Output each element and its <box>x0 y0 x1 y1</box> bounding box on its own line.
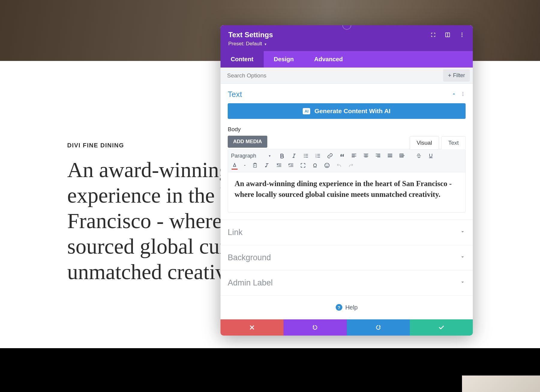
help-row[interactable]: ? Help <box>220 295 473 319</box>
redo-button[interactable] <box>347 319 410 336</box>
svg-point-5 <box>463 95 464 96</box>
svg-point-6 <box>304 154 305 155</box>
undo-button[interactable] <box>284 319 346 336</box>
redo-icon[interactable] <box>347 162 355 169</box>
bold-icon[interactable] <box>278 152 286 159</box>
numbered-list-icon[interactable]: 123 <box>314 152 322 159</box>
search-row: + Filter <box>220 68 473 84</box>
background-section-title: Background <box>228 253 271 262</box>
link-icon[interactable] <box>326 152 334 159</box>
svg-text:T: T <box>254 164 256 167</box>
svg-text:3: 3 <box>316 156 316 158</box>
text-section-title: Text <box>228 90 242 99</box>
admin-label-section-title: Admin Label <box>228 278 273 288</box>
text-section-header[interactable]: Text <box>220 84 473 103</box>
caret-down-icon: ▼ <box>268 154 271 158</box>
fullscreen-icon[interactable] <box>299 162 307 169</box>
caret-down-icon: ▼ <box>264 43 267 46</box>
paste-text-icon[interactable]: T <box>251 162 259 169</box>
chevron-down-icon <box>460 229 466 236</box>
chevron-up-icon <box>451 91 457 98</box>
tab-advanced[interactable]: Advanced <box>304 51 353 68</box>
svg-point-2 <box>461 36 462 37</box>
ai-button-label: Generate Content With AI <box>314 107 390 115</box>
indent-icon[interactable] <box>287 162 295 169</box>
admin-label-section[interactable]: Admin Label <box>220 270 473 295</box>
snap-layout-icon[interactable] <box>445 32 451 39</box>
editor-tab-visual[interactable]: Visual <box>410 136 439 149</box>
cancel-button[interactable] <box>220 319 284 336</box>
footer-band <box>0 348 540 392</box>
chevron-down-icon <box>460 279 466 286</box>
kebab-menu-icon[interactable] <box>459 32 465 39</box>
plus-icon: + <box>448 72 451 79</box>
undo-icon[interactable] <box>335 162 343 169</box>
svg-point-7 <box>304 155 305 156</box>
modal-title: Text Settings <box>228 31 273 39</box>
svg-point-0 <box>461 33 462 34</box>
background-section[interactable]: Background <box>220 245 473 270</box>
bullet-list-icon[interactable] <box>302 152 310 159</box>
align-center-icon[interactable] <box>362 152 370 159</box>
underline-icon[interactable] <box>427 152 434 159</box>
align-right-icon[interactable] <box>374 152 382 159</box>
modal-footer <box>220 319 473 336</box>
emoji-icon[interactable] <box>323 162 331 169</box>
text-settings-modal: Text Settings Preset: Default ▼ Content … <box>220 25 473 336</box>
section-menu-icon[interactable] <box>460 91 466 98</box>
svg-rect-12 <box>400 154 403 157</box>
blockquote-icon[interactable] <box>338 152 346 159</box>
svg-point-18 <box>328 164 328 165</box>
text-color-icon[interactable] <box>231 162 238 169</box>
svg-point-1 <box>461 34 462 35</box>
help-label: Help <box>345 304 358 311</box>
tab-content[interactable]: Content <box>220 51 264 68</box>
settings-tabs: Content Design Advanced <box>220 51 473 68</box>
preset-label: Preset: Default <box>228 41 262 47</box>
search-input[interactable] <box>220 68 443 83</box>
link-section-title: Link <box>228 228 243 237</box>
help-icon: ? <box>336 304 342 311</box>
svg-point-8 <box>304 157 305 158</box>
link-section[interactable]: Link <box>220 220 473 245</box>
svg-rect-14 <box>254 163 256 164</box>
paragraph-format-label: Paragraph <box>231 153 256 159</box>
generate-ai-button[interactable]: AI Generate Content With AI <box>228 103 466 119</box>
svg-point-3 <box>463 92 464 93</box>
editor-content-area[interactable]: An award-winning dining experience in th… <box>228 172 465 212</box>
save-button[interactable] <box>410 319 473 336</box>
tab-design[interactable]: Design <box>264 51 304 68</box>
outdent-icon[interactable] <box>275 162 283 169</box>
italic-icon[interactable] <box>290 152 298 159</box>
svg-point-4 <box>463 93 464 94</box>
svg-point-17 <box>326 164 327 165</box>
filter-button[interactable]: + Filter <box>443 69 470 82</box>
clear-formatting-icon[interactable] <box>263 162 271 169</box>
align-justify-icon[interactable] <box>386 152 394 159</box>
ai-badge-icon: AI <box>303 108 310 114</box>
filter-label: Filter <box>453 72 465 79</box>
expand-icon[interactable] <box>430 32 436 39</box>
paragraph-format-select[interactable]: Paragraph ▼ <box>231 153 271 159</box>
editor-tab-text[interactable]: Text <box>441 136 466 149</box>
text-color-caret-icon[interactable] <box>243 162 247 169</box>
align-left-icon[interactable] <box>350 152 358 159</box>
body-label: Body <box>228 126 466 133</box>
chevron-down-icon <box>460 254 466 261</box>
svg-point-16 <box>325 163 329 168</box>
table-icon[interactable] <box>398 152 406 159</box>
preset-selector[interactable]: Preset: Default ▼ <box>228 41 273 47</box>
strikethrough-icon[interactable] <box>415 152 422 159</box>
corner-image <box>462 375 540 392</box>
editor-toolbar: Paragraph ▼ 123 <box>228 149 465 172</box>
special-character-icon[interactable] <box>311 162 319 169</box>
rich-text-editor: Paragraph ▼ 123 <box>228 149 466 213</box>
